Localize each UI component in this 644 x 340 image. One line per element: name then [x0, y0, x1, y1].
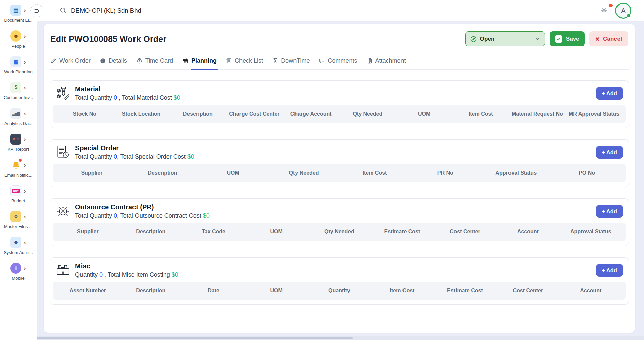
sidebar-item-label: Work Planning — [4, 69, 32, 74]
column-header: UOM — [396, 111, 452, 117]
sidebar-item-customer-invoice[interactable]: $ › Customer Inv... — [0, 81, 37, 107]
section-special-order: Special Order Total Quantity 0, Total Sp… — [50, 139, 629, 187]
sidebar-item-label: Email Notific... — [4, 173, 32, 178]
add-special-order-button[interactable]: + Add — [596, 146, 623, 159]
section-title: Misc — [75, 262, 178, 270]
total-quantity-value: 0 — [99, 271, 103, 278]
column-header: Stock Location — [113, 111, 170, 117]
total-cost-value: $0 — [187, 153, 194, 160]
column-header: Description — [119, 288, 182, 294]
add-outsource-button[interactable]: + Add — [596, 205, 623, 218]
add-material-button[interactable]: + Add — [596, 87, 623, 100]
sidebar-item-label: Document Li... — [4, 18, 33, 23]
documents-icon: ▤ — [10, 5, 21, 16]
column-header: PR No — [410, 170, 481, 176]
calendar-icon — [182, 58, 189, 64]
sidebar-item-analytics-dashboard[interactable]: ▂▅▇ › Analytics Da... — [0, 107, 37, 133]
column-header: Approval Status — [559, 229, 622, 235]
topbar: A — [37, 0, 644, 21]
page-content: Edit PWO100085 Work Order Open — [37, 21, 644, 340]
status-pen-icon — [470, 36, 477, 42]
search-icon — [60, 7, 67, 14]
global-search — [60, 7, 601, 14]
column-header: MR Approval Status — [566, 111, 622, 117]
column-header: Account — [496, 229, 559, 235]
chevron-right-icon: › — [24, 188, 26, 194]
column-header: Item Cost — [339, 170, 410, 176]
search-input[interactable] — [71, 7, 246, 14]
tab-check-list[interactable]: Check List — [226, 57, 263, 69]
column-header: Quantity — [308, 288, 371, 294]
tab-bar: Work Order Details — [50, 50, 629, 70]
section-summary: Total Quantity 0, Total Special Order Co… — [75, 153, 194, 160]
sidebar-item-email-notifications[interactable]: › Email Notific... — [0, 159, 37, 185]
section-summary: Total Quantity 0, Total Outsource Contra… — [75, 212, 210, 219]
total-cost-value: $0 — [203, 212, 210, 219]
sidebar-item-kpi-report[interactable]: KPI › KPI Report — [0, 133, 37, 159]
column-header: Qty Needed — [308, 229, 371, 235]
settings-gear-icon[interactable] — [601, 7, 608, 14]
bell-icon — [10, 159, 21, 171]
section-summary: Total Quantity 0 , Total Material Cost $… — [75, 94, 180, 101]
column-header: Description — [127, 170, 198, 176]
tab-comments[interactable]: Comments — [319, 57, 357, 69]
column-header: Description — [119, 229, 182, 235]
avatar-letter: A — [621, 7, 626, 15]
chevron-down-icon — [535, 36, 540, 42]
sidebar-item-master-files[interactable]: ⚙ › Master Files ... — [0, 210, 37, 236]
section-misc: Misc Quantity 0 , Total Misc Item Costin… — [50, 257, 629, 305]
tab-attachment[interactable]: Attachment — [366, 57, 406, 69]
total-quantity-value: 0 — [114, 153, 117, 160]
horizontal-scrollbar[interactable] — [37, 336, 644, 340]
pen-icon — [50, 58, 57, 64]
misc-table-header: Asset NumberDescriptionDateUOMQuantityIt… — [53, 282, 626, 300]
tab-work-order[interactable]: Work Order — [50, 57, 91, 69]
sidebar-item-label: Analytics Da... — [4, 121, 32, 126]
save-button[interactable]: Save — [550, 31, 585, 46]
total-quantity-value: 0 — [114, 212, 117, 219]
chevron-right-icon: › — [24, 59, 26, 65]
sidebar-item-label: Mobile — [12, 276, 24, 281]
total-cost-value: $0 — [174, 94, 180, 101]
info-icon — [100, 58, 106, 64]
tab-details[interactable]: Details — [100, 57, 127, 69]
tab-planning[interactable]: Planning — [182, 57, 217, 69]
tab-time-card[interactable]: Time Card — [136, 57, 173, 69]
sidebar-item-budget[interactable]: BUY › Budget — [0, 185, 37, 210]
section-material: Material Total Quantity 0 , Total Materi… — [50, 80, 629, 128]
column-header: Estimate Cost — [434, 288, 496, 294]
chevron-right-icon: › — [24, 213, 26, 220]
notebook-icon — [226, 58, 232, 64]
analytics-chart-icon: ▂▅▇ — [10, 108, 21, 119]
kpi-board-icon: KPI — [10, 134, 21, 145]
sidebar-item-system-admin[interactable]: ☻ › System Admi... — [0, 236, 37, 262]
buy-window-icon: BUY — [10, 185, 21, 196]
sidebar-item-work-planning[interactable]: ▦ › Work Planning — [0, 56, 37, 81]
sidebar: ▤ › Document Li... ☻ › People ▦ › Work P… — [0, 0, 37, 340]
column-header: Cost Center — [434, 229, 496, 235]
add-misc-button[interactable]: + Add — [596, 264, 623, 277]
section-outsource-contract: Outsource Contract (PR) Total Quantity 0… — [50, 198, 629, 246]
column-header: Stock No — [56, 111, 113, 117]
cancel-button[interactable]: × Cancel — [589, 31, 628, 46]
tab-downtime[interactable]: DownTime — [272, 57, 310, 69]
sidebar-item-mobile[interactable]: ▯ › Mobile — [0, 262, 37, 288]
status-dropdown[interactable]: Open — [465, 31, 545, 46]
invoice-check-icon: $ — [10, 82, 21, 93]
online-status-dot — [626, 13, 631, 18]
chevron-right-icon: › — [24, 265, 26, 271]
check-icon — [555, 35, 562, 43]
avatar[interactable]: A — [615, 3, 631, 19]
chevron-right-icon: › — [24, 162, 26, 168]
column-header: Date — [182, 288, 245, 294]
status-badge: Open — [480, 36, 531, 42]
scrollbar-thumb[interactable] — [37, 337, 353, 339]
column-header: Charge Cost Center — [226, 111, 283, 117]
page-title: Edit PWO100085 Work Order — [50, 34, 166, 44]
stopwatch-icon — [136, 58, 143, 64]
calendar-clock-icon: ▦ — [10, 56, 21, 67]
sidebar-item-people[interactable]: ☻ › People — [0, 30, 37, 56]
sidebar-item-label: Customer Inv... — [4, 95, 33, 100]
sidebar-collapse-button[interactable] — [30, 4, 43, 17]
misc-toolbox-icon — [55, 263, 71, 278]
